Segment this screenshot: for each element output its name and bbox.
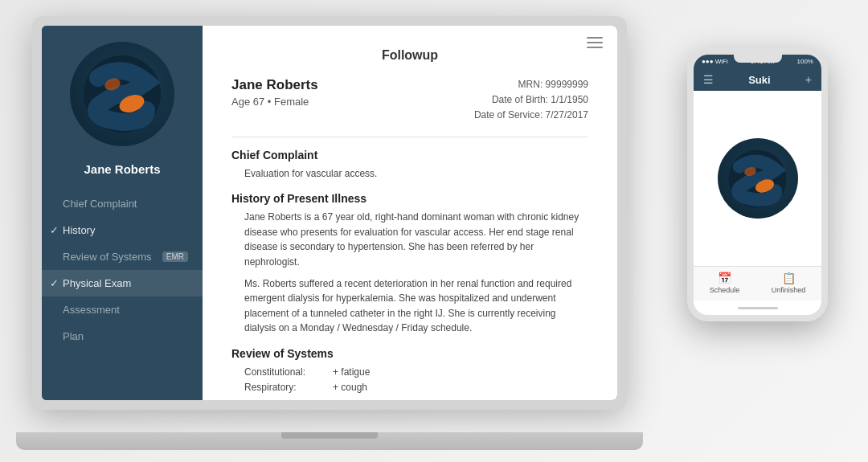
sidebar-patient-name: Jane Roberts: [84, 162, 160, 176]
schedule-icon: 📅: [718, 272, 731, 284]
phone-screen: ●●● WiFi 9:41 AM 100% ☰ Suki +: [694, 55, 821, 301]
patient-name: Jane Roberts: [231, 77, 318, 93]
nav-item-label: Review of Systems: [63, 251, 152, 263]
nav-item-label: Chief Complaint: [63, 198, 137, 210]
phone: ●●● WiFi 9:41 AM 100% ☰ Suki +: [687, 48, 828, 321]
nav-item-label: Plan: [63, 330, 84, 342]
phone-battery: 100%: [797, 58, 813, 65]
patient-info-right: MRN: 99999999 Date of Birth: 1/1/1950 Da…: [474, 77, 588, 124]
nav-item-label: Assessment: [63, 304, 120, 316]
nav-item-label: Physical Exam: [63, 277, 131, 289]
sidebar: Jane Roberts Chief Complaint ✓ History R…: [42, 26, 203, 400]
section-hpi-content2: Ms. Roberts suffered a recent deteriorat…: [244, 276, 588, 336]
section-chief-complaint-content: Evaluation for vascular access.: [244, 166, 588, 182]
sidebar-item-history[interactable]: ✓ History: [42, 217, 203, 243]
sidebar-logo: [70, 42, 174, 146]
phone-signal: ●●● WiFi: [702, 58, 728, 65]
patient-demographics: Age 67 • Female: [231, 96, 318, 108]
phone-logo-area: [694, 91, 821, 266]
divider: [231, 137, 588, 137]
dob-line: Date of Birth: 1/1/1950: [474, 92, 588, 108]
ros-constitutional-label: Constitutional:: [244, 365, 333, 380]
ros-respiratory-value: + cough: [333, 380, 367, 395]
phone-footer-schedule-label: Schedule: [710, 286, 740, 294]
section-ros-title: Review of Systems: [231, 347, 588, 360]
dos-value: 7/27/2017: [546, 109, 588, 121]
dos-line: Date of Service: 7/27/2017: [474, 108, 588, 123]
nav-item-label: History: [63, 224, 95, 236]
document-title: Followup: [231, 48, 588, 63]
phone-header: ☰ Suki +: [694, 68, 821, 91]
phone-notch: [734, 55, 782, 63]
section-hpi-title: History of Present Illness: [231, 192, 588, 205]
phone-footer-unfinished[interactable]: 📋 Unfinished: [772, 272, 806, 294]
unfinished-icon: 📋: [782, 272, 796, 284]
laptop-body: Jane Roberts Chief Complaint ✓ History R…: [32, 16, 627, 410]
home-bar: [738, 307, 778, 309]
phone-footer-schedule[interactable]: 📅 Schedule: [710, 272, 740, 294]
sidebar-item-chief-complaint[interactable]: Chief Complaint: [42, 190, 203, 217]
hamburger-line: [587, 37, 603, 39]
hamburger-menu[interactable]: [587, 37, 603, 48]
hamburger-line: [587, 47, 603, 48]
hamburger-line: [587, 42, 603, 43]
phone-footer-unfinished-label: Unfinished: [772, 286, 806, 294]
section-hpi-content1: Jane Roberts is a 67 year old, right-han…: [244, 210, 588, 269]
mrn-line: MRN: 99999999: [474, 77, 588, 92]
sidebar-item-review-of-systems[interactable]: Review of Systems EMR: [42, 243, 203, 270]
ros-row-constitutional: Constitutional: + fatigue: [244, 365, 588, 380]
check-icon: ✓: [50, 277, 59, 289]
phone-footer: 📅 Schedule 📋 Unfinished: [694, 266, 821, 301]
section-chief-complaint-title: Chief Complaint: [231, 149, 588, 161]
dob-label: Date of Birth:: [492, 94, 548, 105]
ros-footnote: All other systems negative, except as no…: [244, 399, 588, 400]
ros-constitutional-value: + fatigue: [333, 365, 370, 380]
phone-app-title: Suki: [748, 74, 770, 86]
laptop: Jane Roberts Chief Complaint ✓ History R…: [32, 16, 643, 450]
sidebar-item-plan[interactable]: Plan: [42, 323, 203, 350]
phone-logo: [718, 138, 798, 219]
check-icon: ✓: [50, 224, 59, 236]
mrn-label: MRN:: [518, 79, 543, 90]
scene: Jane Roberts Chief Complaint ✓ History R…: [0, 0, 868, 462]
dos-label: Date of Service:: [474, 109, 542, 121]
patient-info-left: Jane Roberts Age 67 • Female: [231, 77, 318, 108]
phone-menu-icon[interactable]: ☰: [703, 73, 714, 86]
document-main: Followup Jane Roberts Age 67 • Female MR…: [203, 26, 617, 400]
emr-badge: EMR: [162, 251, 188, 262]
patient-header: Jane Roberts Age 67 • Female MRN: 999999…: [231, 77, 588, 124]
laptop-base: [16, 432, 643, 450]
sidebar-item-physical-exam[interactable]: ✓ Physical Exam: [42, 270, 203, 296]
mrn-value: 99999999: [546, 79, 588, 90]
ros-grid: Constitutional: + fatigue Respiratory: +…: [244, 365, 588, 395]
ros-respiratory-label: Respiratory:: [244, 380, 333, 395]
phone-home-indicator: [694, 301, 821, 315]
sidebar-item-assessment[interactable]: Assessment: [42, 296, 203, 323]
laptop-screen: Jane Roberts Chief Complaint ✓ History R…: [42, 26, 617, 400]
ros-row-respiratory: Respiratory: + cough: [244, 380, 588, 395]
sidebar-nav: Chief Complaint ✓ History Review of Syst…: [42, 190, 203, 350]
dob-value: 1/1/1950: [551, 94, 588, 105]
phone-add-icon[interactable]: +: [805, 73, 812, 86]
